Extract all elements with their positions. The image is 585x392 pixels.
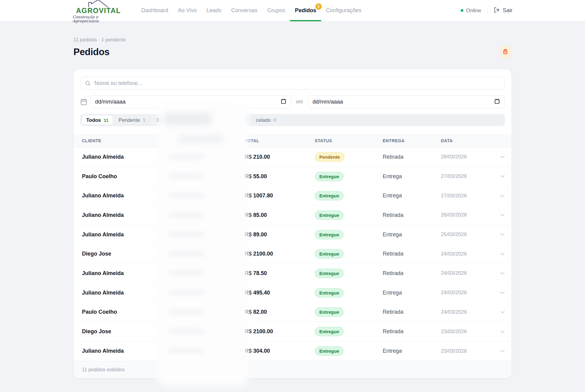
order-date: 23/03/2026 — [441, 348, 493, 354]
client-name: Diego Jose — [73, 328, 171, 335]
tab-pendente[interactable]: Pendente 1 — [113, 117, 151, 123]
expand-row-button[interactable] — [493, 291, 512, 294]
date-range-separator: até — [296, 99, 303, 105]
expand-row-button[interactable] — [493, 253, 512, 256]
tab-todos-count: 11 — [104, 118, 108, 123]
status-badge: Entregue — [315, 249, 344, 259]
pedidos-count-badge: 1 — [315, 3, 322, 10]
col-data: DATA — [441, 138, 493, 143]
expand-row-button[interactable] — [493, 311, 512, 314]
nav-item-pedidos-label: Pedidos — [295, 7, 316, 14]
date-from-value: dd/mm/aaaa — [95, 99, 126, 105]
expand-row-button[interactable] — [493, 330, 512, 333]
delivery-type: Retirada — [383, 212, 441, 218]
expand-row-button[interactable] — [493, 194, 512, 197]
expand-row-button[interactable] — [493, 175, 512, 178]
nav-item-dashboard[interactable]: Dashboard — [136, 0, 173, 21]
table-row[interactable]: Juliano Almeida R$ 210.00 Pendente Retir… — [73, 147, 512, 167]
status-badge: Entregue — [315, 307, 344, 317]
status-badge: Entregue — [315, 269, 344, 278]
order-date: 24/03/2026 — [441, 251, 493, 257]
nav-item-configuracoes[interactable]: Configurações — [321, 0, 366, 21]
nav-item-conversas[interactable]: Conversas — [226, 0, 262, 21]
client-name: Juliano Almeida — [73, 348, 171, 354]
date-picker-icon[interactable] — [494, 98, 500, 105]
nav-item-leads[interactable]: Leads — [202, 0, 226, 21]
status-badge: Entregue — [315, 191, 344, 200]
date-to-input[interactable]: dd/mm/aaaa — [308, 95, 505, 108]
col-total: TOTAL — [245, 138, 315, 143]
topbar-divider — [487, 7, 488, 15]
order-date: 24/03/2026 — [441, 270, 493, 276]
orders-summary: 11 pedidos · 1 pendente — [73, 37, 512, 43]
logout-label: Sair — [503, 7, 512, 14]
order-total: R$ 55.00 — [245, 173, 315, 180]
table-row[interactable]: Juliano Almeida R$ 304.00 Entregue Entre… — [73, 341, 512, 361]
date-to-value: dd/mm/aaaa — [313, 99, 343, 105]
top-nav: AGROVITAL Construção e Agropecuária Dash… — [0, 0, 585, 21]
nav-item-pedidos[interactable]: Pedidos 1 — [290, 0, 321, 21]
col-cliente: CLIENTE — [73, 138, 171, 143]
date-from-input[interactable]: dd/mm/aaaa — [90, 95, 291, 108]
expand-row-button[interactable] — [493, 214, 512, 217]
order-date: 27/03/2026 — [441, 193, 493, 199]
brand-logo[interactable]: AGROVITAL Construção e Agropecuária — [73, 0, 124, 23]
table-row[interactable]: Juliano Almeida R$ 85.00 Entregue Retira… — [73, 206, 512, 225]
order-total: R$ 1007.80 — [245, 192, 315, 199]
expand-row-button[interactable] — [493, 350, 512, 353]
delivery-type: Entrega — [383, 192, 441, 199]
table-row[interactable]: Juliano Almeida R$ 78.50 Entregue Retira… — [73, 264, 512, 283]
delivery-type: Entrega — [383, 173, 441, 180]
order-date: 24/03/2026 — [441, 309, 493, 315]
tab-em-separacao[interactable]: Em S — [151, 117, 174, 123]
client-name: Juliano Almeida — [73, 231, 171, 238]
search-input[interactable] — [80, 77, 505, 90]
table-row[interactable]: Juliano Almeida R$ 89.00 Entregue Entreg… — [73, 225, 512, 245]
main-nav: Dashboard Ao Vivo Leads Conversas Grupos… — [136, 0, 366, 21]
status-badge: Entregue — [315, 346, 344, 356]
order-total: R$ 2100.00 — [245, 251, 315, 257]
expand-row-button[interactable] — [493, 233, 512, 236]
nav-item-grupos[interactable]: Grupos — [262, 0, 290, 21]
connection-status: Online — [461, 8, 481, 14]
logout-button[interactable]: Sair — [494, 7, 512, 15]
tab-em-separacao-label: Em S — [156, 117, 168, 123]
brand-tagline: Construção e Agropecuária — [73, 15, 124, 23]
expand-row-button[interactable] — [493, 155, 512, 158]
client-name: Juliano Almeida — [73, 290, 171, 296]
table-row[interactable]: Juliano Almeida R$ 1007.80 Entregue Entr… — [73, 186, 512, 206]
table-row[interactable]: Diego Jose R$ 2100.00 Entregue Retirada … — [73, 322, 512, 341]
logout-icon — [494, 7, 500, 15]
table-row[interactable]: Paulo Coelho R$ 82.00 Entregue Retirada … — [73, 303, 512, 322]
nav-item-ao-vivo[interactable]: Ao Vivo — [173, 0, 202, 21]
brand-name: AGROVITAL — [76, 7, 121, 14]
client-name: Diego Jose — [73, 251, 171, 257]
table-footer: 11 pedidos exibidos — [73, 361, 512, 378]
delivery-type: Retirada — [383, 328, 441, 335]
order-date: 24/03/2026 — [441, 290, 493, 296]
tab-todos-label: Todos — [86, 117, 101, 123]
delivery-type: Retirada — [383, 309, 441, 315]
delivery-type: Retirada — [383, 270, 441, 277]
order-total: R$ 82.00 — [245, 309, 315, 315]
table-row[interactable]: Paulo Coelho R$ 55.00 Entregue Entrega 2… — [73, 167, 512, 186]
date-picker-icon[interactable] — [281, 98, 286, 105]
client-name: Juliano Almeida — [73, 154, 171, 160]
order-total: R$ 304.00 — [245, 348, 315, 354]
tab-cancelado[interactable]: celado 0 — [250, 117, 282, 123]
orders-bag-button[interactable] — [499, 46, 512, 58]
tab-todos[interactable]: Todos 11 — [82, 115, 113, 125]
page-title: Pedidos — [73, 47, 109, 58]
expand-row-button[interactable] — [493, 272, 512, 275]
status-badge: Entregue — [315, 327, 344, 336]
table-header: CLIENTE TOTAL STATUS ENTREGA DATA — [73, 134, 512, 147]
order-date: 25/03/2026 — [441, 231, 493, 238]
order-date: 26/03/2026 — [441, 212, 493, 218]
order-total: R$ 495.40 — [245, 290, 315, 296]
table-row[interactable]: Diego Jose R$ 2100.00 Entregue Retirada … — [73, 244, 512, 264]
order-total: R$ 85.00 — [245, 212, 315, 218]
status-badge: Entregue — [315, 210, 344, 220]
table-row[interactable]: Juliano Almeida R$ 495.40 Entregue Entre… — [73, 283, 512, 303]
client-name: Paulo Coelho — [73, 173, 171, 180]
rows-shown-label: 11 pedidos exibidos — [82, 367, 125, 373]
